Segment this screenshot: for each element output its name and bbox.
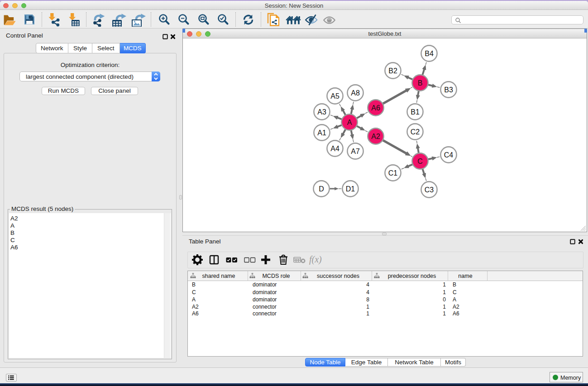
svg-text:A: A <box>347 119 352 126</box>
svg-text:C2: C2 <box>411 128 420 136</box>
svg-text:B3: B3 <box>444 86 453 94</box>
svg-text:C1: C1 <box>388 169 398 177</box>
svg-text:A4: A4 <box>330 145 339 152</box>
svg-text:B2: B2 <box>388 67 397 75</box>
svg-text:A2: A2 <box>371 133 380 140</box>
svg-text:C3: C3 <box>425 186 434 194</box>
svg-text:A8: A8 <box>351 89 360 97</box>
svg-text:B: B <box>418 79 423 87</box>
svg-text:D1: D1 <box>346 185 355 193</box>
svg-text:A3: A3 <box>317 108 326 116</box>
svg-text:D: D <box>319 185 324 193</box>
svg-text:A1: A1 <box>317 129 326 137</box>
svg-text:A6: A6 <box>371 104 380 112</box>
svg-text:B4: B4 <box>425 50 434 57</box>
svg-text:C: C <box>417 157 423 165</box>
svg-text:A7: A7 <box>351 148 360 155</box>
svg-text:C4: C4 <box>444 151 454 159</box>
svg-text:B1: B1 <box>411 108 420 116</box>
svg-text:A5: A5 <box>330 92 339 100</box>
